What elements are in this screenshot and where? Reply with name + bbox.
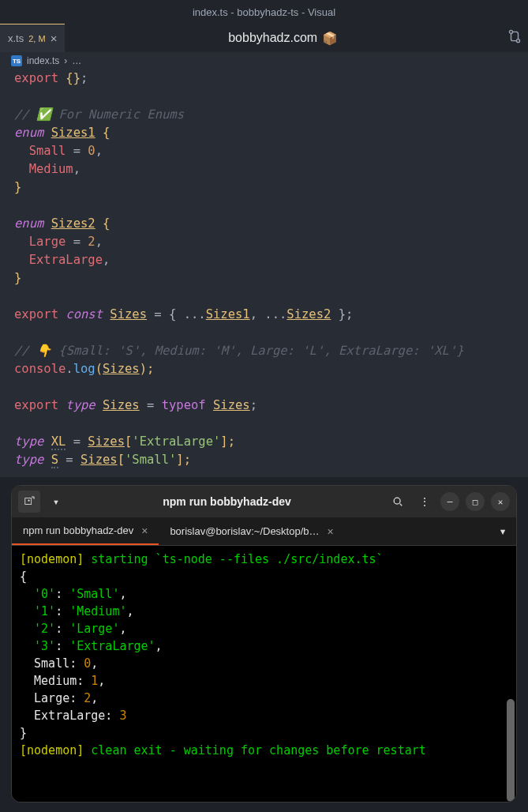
code-token: Sizes1 xyxy=(51,126,95,140)
code-token: 2 xyxy=(88,235,95,249)
term-line: , xyxy=(91,691,98,705)
code-token: , xyxy=(95,144,103,158)
term-line: , xyxy=(91,656,98,671)
term-line: [nodemon] xyxy=(20,743,84,757)
typescript-icon: TS xyxy=(11,55,22,66)
code-token: console xyxy=(14,362,66,376)
term-line: Small: xyxy=(34,656,77,671)
new-tab-button[interactable] xyxy=(18,491,40,513)
dropdown-button[interactable]: ▾ xyxy=(45,491,67,513)
terminal-titlebar: ▾ npm run bobbyhadz-dev ⋮ ─ □ ✕ xyxy=(12,486,516,517)
code-token: Sizes xyxy=(213,398,250,412)
code-token: S xyxy=(51,453,58,468)
terminal-tab[interactable]: borislav@borislav:~/Desktop/b… × xyxy=(159,517,344,545)
term-line: , xyxy=(155,639,163,653)
window-title-bar: index.ts - bobbyhadz-ts - Visual xyxy=(0,0,528,24)
term-line: 1 xyxy=(91,674,98,688)
code-token: enum xyxy=(14,216,43,231)
scrollbar-thumb[interactable] xyxy=(507,699,515,802)
code-token: = { ... xyxy=(147,307,206,321)
term-line: 'ExtraLarge' xyxy=(69,639,155,653)
term-line: starting ` xyxy=(84,552,162,566)
term-line: clean exit - waiting for changes before … xyxy=(84,743,425,757)
code-token: Sizes xyxy=(81,453,118,467)
tab-status: 2, M xyxy=(28,34,45,43)
code-token: ; xyxy=(250,398,257,412)
code-token: = xyxy=(66,235,88,249)
close-icon[interactable]: × xyxy=(51,32,58,45)
term-line: [nodemon] xyxy=(20,552,84,566)
term-line: '1' xyxy=(34,604,55,618)
maximize-button[interactable]: □ xyxy=(466,492,485,511)
tabs-overflow-button[interactable]: ▾ xyxy=(489,517,516,545)
term-line: 3 xyxy=(119,709,126,723)
code-token: Sizes xyxy=(103,362,140,376)
term-line: '0' xyxy=(34,587,55,601)
code-token: ); xyxy=(140,362,155,376)
term-line: , xyxy=(98,674,105,688)
menu-icon[interactable]: ⋮ xyxy=(414,491,436,513)
code-token: type xyxy=(66,398,95,412)
code-editor[interactable]: export {}; // ✅ For Numeric Enums enum S… xyxy=(0,70,528,477)
code-token: log xyxy=(73,362,95,376)
tabs-actions xyxy=(501,24,528,52)
code-token: ; xyxy=(81,71,88,85)
term-line: : xyxy=(55,639,69,653)
git-compare-icon[interactable] xyxy=(507,29,522,47)
code-comment: // ✅ For Numeric Enums xyxy=(14,107,184,122)
terminal-tab-label: npm run bobbyhadz-dev xyxy=(23,524,133,536)
svg-point-5 xyxy=(394,498,400,504)
term-line: : xyxy=(55,604,69,618)
code-token: = xyxy=(66,434,88,449)
code-token: const xyxy=(66,307,103,321)
terminal-tab-active[interactable]: npm run bobbyhadz-dev × xyxy=(12,517,159,545)
term-line: , xyxy=(119,587,126,601)
breadcrumb-file: index.ts xyxy=(27,55,59,66)
code-token: Sizes xyxy=(88,434,125,449)
close-button[interactable]: ✕ xyxy=(491,492,510,511)
term-line: 0 xyxy=(84,656,91,671)
term-line: ts-node --files ./src/index.ts xyxy=(163,552,376,566)
code-token: Sizes xyxy=(110,307,147,321)
code-token: ]; xyxy=(176,453,191,467)
close-icon[interactable]: × xyxy=(141,524,148,537)
window-controls: ─ □ ✕ xyxy=(440,492,510,511)
code-token: } xyxy=(14,271,21,285)
code-token: { xyxy=(103,216,110,231)
code-token: 'ExtraLarge' xyxy=(132,434,220,449)
page-header: bobbyhadz.com 📦 xyxy=(65,24,501,52)
term-line: '2' xyxy=(34,622,55,636)
code-token: = xyxy=(66,144,88,158)
code-token: = xyxy=(58,453,81,467)
code-token: Large xyxy=(29,235,66,249)
editor-tabs-bar: x.ts 2, M × bobbyhadz.com 📦 xyxy=(0,24,528,52)
code-token: 0 xyxy=(88,144,95,158)
code-token: [ xyxy=(118,453,125,467)
code-token: 'Small' xyxy=(125,453,176,467)
code-token: Sizes xyxy=(103,398,140,412)
package-icon: 📦 xyxy=(322,31,338,46)
terminal-tab-label: borislav@borislav:~/Desktop/b… xyxy=(170,525,319,537)
term-line: , xyxy=(126,604,133,618)
code-token: . xyxy=(66,362,73,376)
breadcrumb[interactable]: TS index.ts › … xyxy=(0,52,528,70)
terminal-title: npm run bobbyhadz-dev xyxy=(72,495,382,508)
code-token: , xyxy=(95,235,103,249)
terminal-output[interactable]: [nodemon] starting `ts-node --files ./sr… xyxy=(12,546,516,802)
search-icon[interactable] xyxy=(387,491,409,513)
svg-point-0 xyxy=(509,30,512,33)
term-line: } xyxy=(20,726,27,740)
svg-rect-2 xyxy=(25,498,32,505)
term-line: 'Large' xyxy=(69,622,119,636)
code-token: [ xyxy=(125,434,132,449)
close-icon[interactable]: × xyxy=(328,525,334,538)
term-line: 'Small' xyxy=(69,587,119,601)
code-token: type xyxy=(14,434,43,449)
svg-rect-4 xyxy=(28,499,29,502)
minimize-button[interactable]: ─ xyxy=(440,492,459,511)
code-token: ]; xyxy=(220,434,235,449)
editor-tab-active[interactable]: x.ts 2, M × xyxy=(0,24,65,52)
code-token: Small xyxy=(29,144,66,158)
code-token: { xyxy=(103,126,110,140)
code-token: , xyxy=(73,162,81,176)
